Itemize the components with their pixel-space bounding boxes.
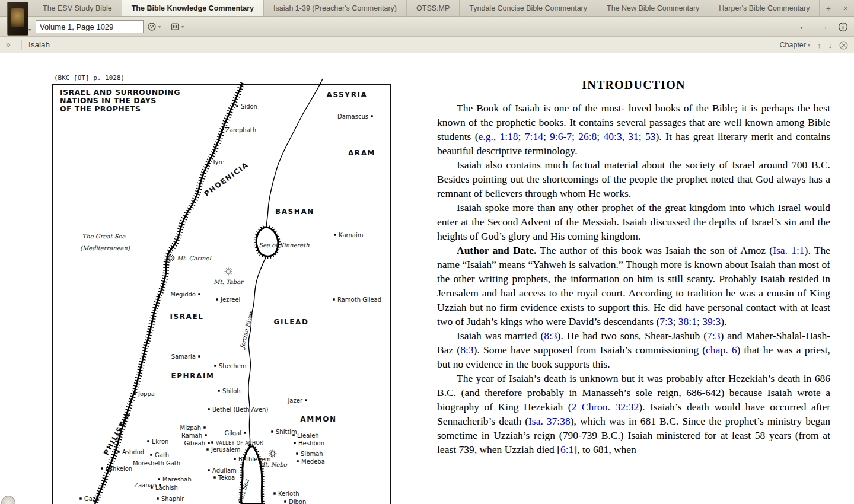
- history-back-button[interactable]: ←: [799, 21, 809, 33]
- svg-text:Mt. Nebo: Mt. Nebo: [259, 461, 288, 468]
- next-article-button[interactable]: ↓: [828, 41, 833, 50]
- svg-text:(Mediterranean): (Mediterranean): [80, 245, 130, 251]
- tab-the-esv-study-bible[interactable]: The ESV Study Bible: [33, 0, 122, 16]
- text-run: ). He had two sons, Shear-Jashub (: [557, 330, 707, 342]
- svg-text:Tyre: Tyre: [212, 159, 225, 165]
- scripture-link[interactable]: e.g., 1:18: [479, 130, 518, 142]
- svg-text:Dibon: Dibon: [289, 499, 306, 504]
- book-menu-caret-icon[interactable]: ▾: [28, 27, 31, 33]
- scripture-link[interactable]: 6:1: [560, 444, 573, 455]
- map-place-sidon: Sidon: [236, 103, 257, 110]
- svg-text:Medeba: Medeba: [301, 458, 325, 465]
- text-run: Isaiah also contains much factual materi…: [437, 159, 830, 199]
- columns-view-button[interactable]: ▾: [170, 22, 184, 31]
- tab-harper-s-bible-commentary[interactable]: Harper's Bible Commentary: [709, 0, 820, 16]
- visual-filter-icon: [147, 22, 157, 31]
- history-forward-button[interactable]: →: [818, 21, 828, 33]
- map-water-sea-of-kinnereth: Sea of Kinnereth: [259, 242, 310, 248]
- svg-text:Gaza: Gaza: [84, 496, 99, 502]
- svg-text:Shechem: Shechem: [219, 363, 247, 369]
- scripture-link[interactable]: 40:3, 31: [604, 130, 639, 142]
- map-place-shiloh: Shiloh: [218, 388, 240, 394]
- map-place-dibon: Dibon: [284, 499, 306, 504]
- svg-text:Shiloh: Shiloh: [222, 388, 241, 394]
- locator-bar: » Isaiah Chapter ▾ ↑ ↓: [0, 37, 854, 53]
- tab-tyndale-concise-bible-commentary[interactable]: Tyndale Concise Bible Commentary: [460, 0, 597, 16]
- scripture-link[interactable]: 39:3: [702, 315, 721, 327]
- map-title-line-3: OF THE PROPHETS: [60, 104, 141, 113]
- scripture-link[interactable]: Isa. 37:38: [528, 415, 571, 427]
- svg-text:Sidon: Sidon: [241, 103, 257, 110]
- map-place-gaza: Gaza: [79, 496, 99, 502]
- svg-text:Zaanan: Zaanan: [134, 482, 157, 489]
- scripture-link[interactable]: 9:6-7: [550, 130, 572, 142]
- text-run: ;: [572, 130, 578, 142]
- map-place-moresheth-gath: Moresheth Gath: [133, 460, 180, 467]
- scripture-link[interactable]: 2 Chron. 32:32: [572, 401, 639, 413]
- map-mountain-mt-carmel: Mt. Carmel: [167, 254, 212, 262]
- text-run: ;: [697, 315, 702, 327]
- scripture-link[interactable]: 8:3: [460, 344, 473, 356]
- corner-widget[interactable]: [1, 496, 15, 504]
- columns-icon: [170, 22, 180, 31]
- map-place-shittim: Shittim: [271, 429, 297, 435]
- map-place-karnaim: Karnaim: [334, 232, 363, 238]
- map-small-valley-of-achor: VALLEY OF ACHOR: [211, 441, 263, 446]
- chapter-caret-icon: ▾: [808, 43, 810, 48]
- map-region-ephraim: EPHRAIM: [171, 372, 214, 380]
- paragraph: Isaiah also contains much factual materi…: [437, 158, 830, 200]
- text-run: ). Some have supposed from Isaiah’s comm…: [474, 344, 706, 356]
- map-place-shaphir: Shaphir: [157, 496, 184, 502]
- chapter-dropdown[interactable]: Chapter ▾: [780, 41, 811, 49]
- scripture-link[interactable]: 8:3: [544, 330, 557, 342]
- scripture-link[interactable]: 7:3: [707, 330, 720, 342]
- map-place-jerusalem: Jerusalem: [206, 446, 240, 453]
- map-svg: (BKC [OT] p. 1028) ISRAEL AND SURROUNDIN…: [49, 72, 392, 504]
- map-place-mareshah: Mareshah: [158, 476, 192, 483]
- previous-article-button[interactable]: ↑: [817, 41, 821, 50]
- map-place-samaria: Samaria: [171, 353, 200, 360]
- library-book-cover[interactable]: [7, 2, 28, 36]
- info-icon[interactable]: [838, 22, 848, 32]
- text-run: ], to 681, when: [573, 444, 636, 455]
- tab-the-bible-knowledge-commentary[interactable]: The Bible Knowledge Commentary: [122, 0, 264, 16]
- close-panel-icon[interactable]: ×: [837, 0, 854, 16]
- svg-text:AMMON: AMMON: [300, 415, 336, 423]
- svg-text:VALLEY OF ACHOR: VALLEY OF ACHOR: [216, 441, 263, 446]
- dismiss-locator-icon[interactable]: [839, 41, 848, 50]
- tab-otss-mp[interactable]: OTSS:MP: [407, 0, 460, 16]
- scripture-link[interactable]: 7:14: [525, 130, 543, 142]
- scripture-link[interactable]: 38:1: [678, 315, 697, 327]
- svg-text:Ekron: Ekron: [152, 438, 168, 445]
- add-tab-button[interactable]: +: [820, 0, 837, 16]
- scripture-link[interactable]: 26:8: [578, 130, 597, 142]
- map-place-mizpah: Mizpah: [180, 425, 206, 431]
- page-locator-input[interactable]: [36, 20, 144, 33]
- scripture-link[interactable]: 53: [645, 130, 656, 142]
- map-region-aram: ARAM: [348, 149, 375, 157]
- toolbar: ▾ ▾ ← →: [0, 17, 854, 37]
- map-place-gath: Gath: [150, 452, 169, 458]
- map-mountain-mt-tabor: Mt. Tabor: [214, 268, 244, 286]
- map-place-kerioth: Kerioth: [273, 490, 299, 497]
- map-place-heshbon: Heshbon: [294, 440, 324, 446]
- svg-text:Damascus: Damascus: [337, 113, 368, 120]
- article-body: The Book of Isaiah is one of the most- l…: [437, 101, 830, 457]
- svg-text:Shaphir: Shaphir: [161, 496, 184, 502]
- text-run: ). The name “Isaiah” means “Yahweh is sa…: [437, 244, 830, 327]
- tab-isaiah-1-39-preacher-s-commentary[interactable]: Isaiah 1-39 (Preacher's Commentary): [264, 0, 407, 16]
- svg-text:Adullam: Adullam: [212, 467, 237, 474]
- svg-text:Jordan River: Jordan River: [238, 310, 255, 350]
- scripture-link[interactable]: chap. 6: [706, 344, 737, 356]
- map-title-line-2: NATIONS IN THE DAYS: [60, 96, 157, 105]
- book-cover-art: [11, 8, 24, 27]
- scripture-link[interactable]: 7:3: [659, 315, 673, 327]
- paragraph: The year of Isaiah’s death is unknown bu…: [437, 371, 830, 457]
- svg-text:Shittim: Shittim: [276, 429, 297, 435]
- tab-the-new-bible-commentary[interactable]: The New Bible Commentary: [597, 0, 709, 16]
- visual-filter-button[interactable]: ▾: [147, 22, 161, 31]
- scripture-link[interactable]: Isa. 1:1: [773, 244, 804, 256]
- map-region-israel: ISRAEL: [170, 312, 203, 321]
- collapse-chevrons-icon[interactable]: »: [6, 40, 11, 49]
- map-place-ashkelon: Ashkelon: [101, 465, 132, 472]
